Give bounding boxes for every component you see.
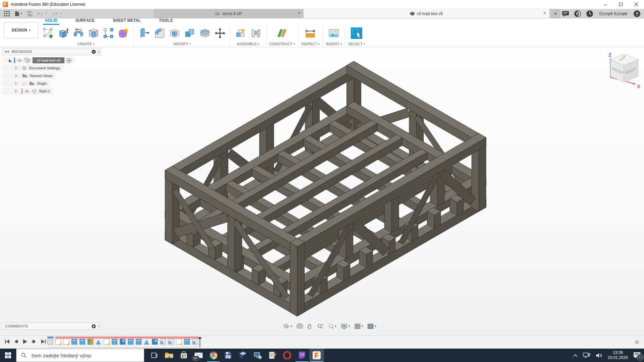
microsoft-store-button[interactable] <box>176 349 191 362</box>
panel-grip[interactable]: ‖ <box>98 50 100 54</box>
new-tab-button[interactable]: + <box>550 9 560 18</box>
viewport-canvas[interactable]: BROWSER ‖ v3 load test v5 <box>0 47 644 335</box>
group-label-assemble[interactable]: ASSEMBLE▾ <box>237 42 259 46</box>
timeline-feature-fillet[interactable] <box>192 339 198 345</box>
timeline-feature-extrude[interactable] <box>112 339 117 345</box>
timeline-feature-revolve[interactable] <box>88 339 93 345</box>
construct-plane-button[interactable] <box>275 26 289 41</box>
fusion360-taskbar-button[interactable] <box>309 349 324 362</box>
notes-app-button[interactable] <box>265 349 280 362</box>
tab-close-icon[interactable]: × <box>543 10 546 16</box>
move-button[interactable] <box>213 26 227 41</box>
press-pull-button[interactable] <box>137 26 152 41</box>
tree-row-named-views[interactable]: Named Views <box>2 72 56 79</box>
select-button[interactable] <box>349 26 364 41</box>
measure-button[interactable] <box>303 26 318 41</box>
tree-row-document-settings[interactable]: ⚙ Document Settings <box>2 65 63 71</box>
help-icon[interactable]: ? <box>633 10 641 17</box>
collapsed-triangle-icon[interactable] <box>14 66 18 70</box>
fillet-button[interactable] <box>152 26 167 41</box>
taskbar-search[interactable] <box>16 349 144 362</box>
clock-history-icon[interactable] <box>586 10 593 17</box>
activate-radio-icon[interactable] <box>66 58 71 63</box>
create-form-button[interactable] <box>116 26 131 41</box>
grid-settings-button[interactable]: ▾ <box>354 323 364 329</box>
create-sketch-button[interactable] <box>41 26 55 41</box>
tree-row-ram1[interactable]: Rám:1 <box>2 88 53 95</box>
combine-button[interactable] <box>182 26 197 41</box>
volume-icon[interactable] <box>596 353 602 358</box>
expanded-triangle-icon[interactable] <box>8 59 12 62</box>
save-icon[interactable] <box>27 11 33 16</box>
pan-button[interactable] <box>306 323 314 329</box>
remote-desktop-button[interactable] <box>250 349 265 362</box>
timeline-feature-sketch[interactable] <box>176 339 182 345</box>
group-label-insert[interactable]: INSERT▾ <box>326 42 342 46</box>
hole-button[interactable] <box>86 26 101 41</box>
step-back-button[interactable] <box>13 339 19 345</box>
tab-sheet-metal[interactable]: SHEET METAL <box>111 18 143 25</box>
eye-hidden-icon[interactable] <box>21 82 27 85</box>
skip-to-end-button[interactable] <box>40 339 46 345</box>
insert-button[interactable] <box>327 26 341 41</box>
chrome-button[interactable] <box>206 349 221 362</box>
shell-button[interactable] <box>167 26 182 41</box>
root-document-label[interactable]: v3 load test v5 <box>33 57 64 63</box>
virtualbox-button[interactable] <box>235 349 250 362</box>
file-explorer-button[interactable] <box>162 349 176 362</box>
user-name[interactable]: Ezzop6 Ezzop6 <box>599 11 627 16</box>
extrude-button[interactable] <box>56 26 70 41</box>
job-status-icon[interactable] <box>574 10 581 17</box>
eye-visible-icon[interactable] <box>17 59 22 62</box>
comments-header[interactable]: COMMENTS ‖ <box>2 322 101 330</box>
look-at-button[interactable] <box>296 323 304 329</box>
undo-icon[interactable] <box>37 11 47 16</box>
feedback-comment-icon[interactable] <box>562 11 569 17</box>
play-button[interactable] <box>22 339 28 345</box>
eye-visible-icon[interactable] <box>24 89 30 93</box>
opera-button[interactable] <box>280 349 294 362</box>
orbit-button[interactable]: ▾ <box>282 323 293 329</box>
tree-row-origin[interactable]: Origin <box>2 80 50 87</box>
redo-icon[interactable] <box>52 11 62 16</box>
group-label-inspect[interactable]: INSPECT▾ <box>301 42 320 46</box>
viewcube-cube[interactable]: TOP FRONT RIGHT <box>610 54 638 82</box>
app-grid-icon[interactable] <box>4 11 10 16</box>
timeline-gear-icon[interactable]: ⚙ <box>635 339 639 345</box>
timeline-position-marker[interactable] <box>200 338 200 347</box>
network-icon[interactable] <box>583 352 590 358</box>
revolve-button[interactable] <box>71 26 86 41</box>
group-label-create[interactable]: CREATE▾ <box>77 42 95 46</box>
timeline-feature-combine[interactable] <box>152 339 158 345</box>
browser-header[interactable]: BROWSER ‖ <box>2 48 101 55</box>
mail-button[interactable]: 99+ <box>191 349 206 362</box>
timeline-feature-sketch[interactable] <box>55 339 61 345</box>
collapsed-triangle-icon[interactable] <box>14 74 18 77</box>
task-view-button[interactable] <box>147 349 162 362</box>
timeline-feature-fillet[interactable] <box>168 339 174 345</box>
start-button[interactable] <box>0 349 16 362</box>
file-menu-icon[interactable] <box>14 11 22 16</box>
timeline-feature-mirror[interactable] <box>144 339 150 345</box>
pattern-button[interactable] <box>101 26 116 41</box>
panel-add-icon[interactable] <box>91 323 97 329</box>
timeline-feature-fillet[interactable] <box>160 339 166 345</box>
timeline-feature-sketch[interactable] <box>104 339 109 345</box>
tab-v3-load-test-v5[interactable]: v3 load test v5 × <box>304 9 549 18</box>
tree-row-root[interactable]: v3 load test v5 <box>2 57 75 64</box>
tab-close-icon[interactable]: × <box>298 10 301 16</box>
timeline-feature-sketch[interactable] <box>63 339 69 345</box>
tab-tools[interactable]: TOOLS <box>157 18 175 25</box>
floppy-app-button[interactable] <box>221 349 235 362</box>
new-component-button[interactable] <box>233 26 248 41</box>
collapsed-triangle-icon[interactable] <box>14 89 18 93</box>
close-button[interactable] <box>629 0 644 9</box>
timeline-feature-extrude[interactable] <box>184 339 190 345</box>
twitch-button[interactable] <box>294 349 309 362</box>
display-settings-button[interactable]: ▾ <box>340 323 351 329</box>
timeline-feature-extrude[interactable] <box>128 339 133 345</box>
split-body-button[interactable] <box>198 26 212 41</box>
panel-grip[interactable]: ‖ <box>98 324 100 328</box>
timeline-feature-combine[interactable] <box>120 339 125 345</box>
tab-surface[interactable]: SURFACE <box>73 18 97 25</box>
